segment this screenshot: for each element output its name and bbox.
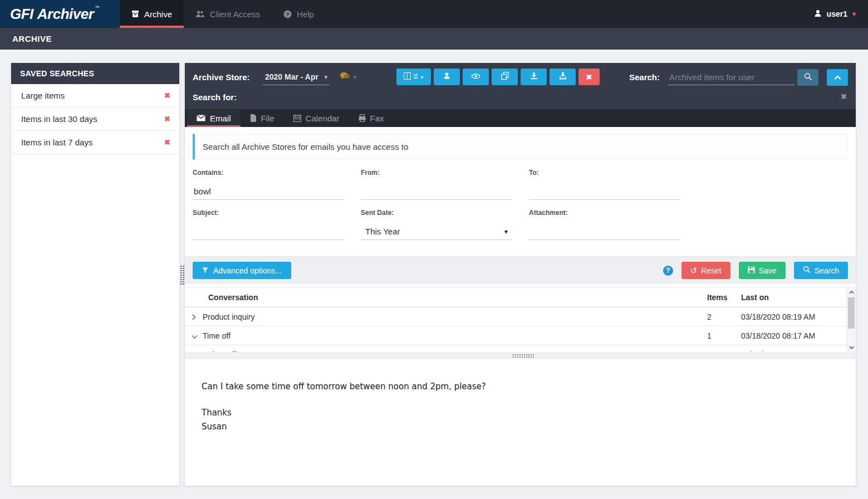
archive-header: Archive Store: 2020 Mar - Apr ▾ ▾ ▾ [185,63,856,109]
col-conversation[interactable]: Conversation [208,293,258,302]
search-type-tabs: Email File Calendar Fax [185,109,856,127]
tab-label: Fax [370,114,384,123]
attachment-input[interactable] [529,223,680,240]
to-input[interactable] [529,183,680,200]
saved-searches-title: SAVED SEARCHES [11,63,179,84]
save-button[interactable]: Save [739,262,786,279]
col-items[interactable]: Items [707,293,728,302]
top-navbar: GFI Archiver ™ Archive Client Access ? H… [0,0,868,28]
col-last-on[interactable]: Last on [741,293,769,302]
close-search-panel-icon[interactable]: ✖ [841,92,847,101]
table-row[interactable]: Product inquiry 2 03/18/2020 08:19 AM [185,307,856,326]
clear-search-button[interactable]: ✖ [578,69,600,85]
columns-select-button[interactable]: ▾ [396,69,431,85]
tab-fax[interactable]: Fax [349,109,394,127]
results-header: Conversation Items Last on [185,287,856,307]
search-icon [803,266,811,275]
breadcrumb-bar: ARCHIVE [0,28,868,50]
contains-field: Contains: [193,169,344,200]
sent-date-select[interactable]: This Year ▾ [361,223,512,240]
chevron-down-icon[interactable] [192,332,198,341]
help-icon[interactable]: ? [663,266,673,276]
reset-button[interactable]: ↺ Reset [681,262,730,279]
last-on-date: 03/18/2020 08:17 AM [741,331,815,340]
chevron-down-icon: ▾ [354,74,356,80]
tab-file[interactable]: File [241,109,284,127]
preview-body-line: Can I take some time off tomorrow betwee… [202,380,839,394]
user-menu[interactable]: user1 ▾ [814,0,868,28]
sent-date-value: This Year [365,227,400,236]
saved-search-item[interactable]: Items in last 30 days ✖ [11,107,179,131]
table-row[interactable]: Time off 1 03/18/2020 08:17 AM [185,326,856,345]
quick-search-input[interactable] [668,69,795,85]
items-count: 2 [707,312,712,321]
contains-input[interactable] [193,183,344,200]
search-form: Contains: From: To: Subject: Sent Date: … [185,160,856,256]
to-label: To: [529,169,680,177]
saved-search-label: Large items [21,91,65,100]
tab-label: Calendar [306,114,340,123]
vertical-splitter-handle[interactable] [180,265,185,285]
from-label: From: [361,169,512,177]
eye-icon [471,72,480,82]
chevron-down-icon: ▾ [324,74,327,81]
saved-search-item[interactable]: Items in last 7 days ✖ [11,131,179,154]
scroll-down-icon[interactable] [847,344,856,351]
table-row-child[interactable]: Time off 03/18/2020 08:17 AM [185,345,856,352]
chevron-right-icon[interactable] [192,313,196,322]
archive-store-select[interactable]: 2020 Mar - Apr ▾ [263,69,330,85]
collapse-panel-button[interactable] [827,69,848,86]
user-name: user1 [827,9,847,18]
advanced-options-button[interactable]: Advanced options... [193,262,291,279]
subject-label: Subject: [193,209,344,217]
saved-search-item[interactable]: Large items ✖ [11,84,179,107]
contains-label: Contains: [193,169,344,177]
horizontal-splitter-handle[interactable] [512,354,534,358]
tab-calendar[interactable]: Calendar [284,109,349,127]
search-for-label: Search for: [193,92,237,102]
reset-icon: ↺ [690,266,698,275]
delete-saved-search-icon[interactable]: ✖ [164,91,170,100]
tab-email[interactable]: Email [187,109,241,127]
delete-saved-search-icon[interactable]: ✖ [164,115,170,123]
calendar-icon [293,114,301,122]
app-logo: GFI Archiver ™ [0,0,120,28]
nav-tab-help[interactable]: ? Help [272,0,326,28]
info-text: Search all Archive Stores for emails you… [203,142,408,151]
download-tray-icon [559,72,567,82]
scrollbar-thumb[interactable] [848,297,855,329]
reset-label: Reset [701,266,722,275]
nav-tab-label: Archive [144,9,172,19]
save-label: Save [759,266,777,275]
chevron-up-icon [834,72,841,82]
advanced-options-label: Advanced options... [213,266,282,275]
user-filter-button[interactable] [434,69,460,85]
scroll-up-icon[interactable] [847,288,856,296]
help-circle-icon: ? [283,10,292,18]
saved-search-label: Items in last 30 days [21,114,97,124]
main-panel: Archive Store: 2020 Mar - Apr ▾ ▾ ▾ [185,63,856,486]
subject-field: Subject: [193,209,344,240]
from-input[interactable] [361,183,512,200]
search-button[interactable]: Search [794,262,848,279]
sent-date-field: Sent Date: This Year ▾ [361,209,512,240]
preview-signature: Susan [202,420,839,434]
nav-tab-archive[interactable]: Archive [120,0,184,28]
logo-primary: GFI [10,6,33,23]
restore-button[interactable] [492,69,518,85]
download-button[interactable] [521,69,547,85]
delete-saved-search-icon[interactable]: ✖ [164,138,170,146]
results-scrollbar[interactable] [846,287,856,352]
quick-search-button[interactable] [797,69,818,86]
subject-input[interactable] [193,223,344,240]
file-icon [250,114,257,122]
export-button[interactable] [550,69,576,85]
archive-store-label: Archive Store: [193,72,250,82]
chevron-down-icon: ▾ [852,10,856,18]
nav-tab-client-access[interactable]: Client Access [184,0,272,28]
items-count: 1 [707,331,712,340]
archive-store-value: 2020 Mar - Apr [265,72,318,81]
preview-button[interactable] [463,69,489,85]
info-banner: Search all Archive Stores for emails you… [193,134,848,160]
comments-dropdown[interactable]: ▾ [340,72,356,82]
